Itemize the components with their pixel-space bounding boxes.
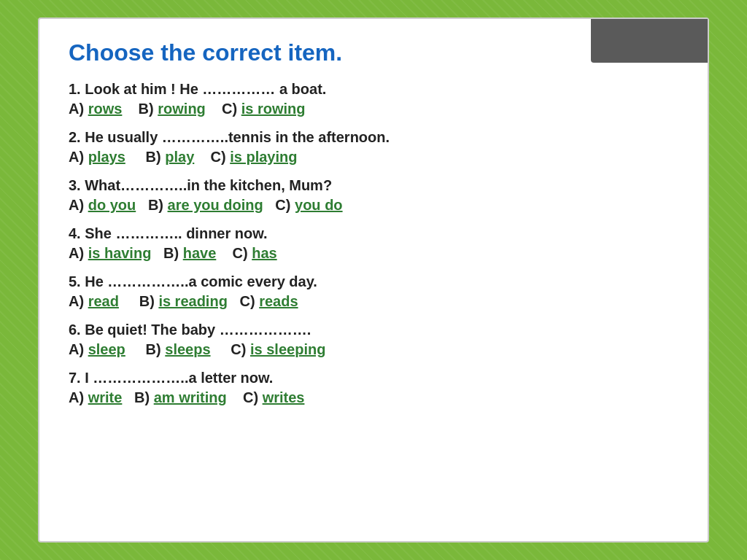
q3-option-c: you do (295, 197, 343, 213)
q4-label-b: B) (155, 245, 183, 261)
q2-option-c: is playing (230, 149, 297, 165)
q2-label-a: A) (69, 149, 88, 165)
q1-option-b: rowing (158, 101, 206, 117)
q1-label-c: C) (209, 101, 241, 117)
q5-option-b: is reading (158, 293, 227, 309)
q6-option-b: sleeps (165, 341, 210, 357)
question-3: 3. What…………..in the kitchen, Mum? A) do … (69, 177, 678, 214)
question-2: 2. He usually …………..tennis in the aftern… (69, 129, 678, 166)
page-title: Choose the correct item. (69, 39, 678, 66)
q3-option-a: do you (88, 197, 136, 213)
question-7-options: A) write B) am writing C) writes (69, 389, 678, 406)
q2-label-c: C) (198, 149, 230, 165)
q2-label-b: B) (129, 149, 165, 165)
q5-label-a: A) (69, 293, 88, 309)
q4-label-c: C) (220, 245, 252, 261)
q3-label-b: B) (140, 197, 168, 213)
question-5-text: 5. He ……………..a comic every day. (69, 273, 678, 290)
question-4-text: 4. She ………….. dinner now. (69, 225, 678, 242)
q1-option-a: rows (88, 101, 123, 117)
q6-label-c: C) (214, 341, 250, 357)
question-4: 4. She ………….. dinner now. A) is having B… (69, 225, 678, 262)
q5-label-c: C) (231, 293, 259, 309)
q1-option-c: is rowing (241, 101, 306, 117)
q7-option-a: write (88, 389, 123, 405)
q7-label-b: B) (126, 389, 154, 405)
q5-label-b: B) (123, 293, 158, 309)
q3-label-a: A) (69, 197, 88, 213)
q5-option-c: reads (259, 293, 298, 309)
question-3-text: 3. What…………..in the kitchen, Mum? (69, 177, 678, 194)
question-1: 1. Look at him ! He …………… a boat. A) row… (69, 81, 678, 117)
top-right-decoration (591, 19, 708, 63)
q6-option-c: is sleeping (250, 341, 325, 357)
question-2-text: 2. He usually …………..tennis in the aftern… (69, 129, 678, 146)
question-1-options: A) rows B) rowing C) is rowing (69, 101, 678, 117)
q2-option-b: play (165, 149, 194, 165)
q7-option-b: am writing (154, 389, 227, 405)
q4-option-a: is having (88, 245, 152, 261)
q5-option-a: read (88, 293, 119, 309)
q1-label-a: A) (69, 101, 88, 117)
q4-label-a: A) (69, 245, 88, 261)
question-7: 7. I ………………..a letter now. A) write B) a… (69, 370, 678, 406)
question-2-options: A) plays B) play C) is playing (69, 149, 678, 166)
q3-label-c: C) (267, 197, 295, 213)
question-5-options: A) read B) is reading C) reads (69, 293, 678, 310)
q6-label-b: B) (129, 341, 165, 357)
q1-label-b: B) (126, 101, 158, 117)
q2-option-a: plays (88, 149, 125, 165)
q7-option-c: writes (263, 389, 305, 405)
q7-label-c: C) (231, 389, 262, 405)
q6-label-a: A) (69, 341, 88, 357)
q7-label-a: A) (69, 389, 88, 405)
question-1-text: 1. Look at him ! He …………… a boat. (69, 81, 678, 98)
question-7-text: 7. I ………………..a letter now. (69, 370, 678, 386)
main-card: Choose the correct item. 1. Look at him … (38, 18, 709, 542)
q3-option-b: are you doing (168, 197, 263, 213)
question-5: 5. He ……………..a comic every day. A) read … (69, 273, 678, 310)
question-6-text: 6. Be quiet! The baby ………………. (69, 322, 678, 338)
question-6-options: A) sleep B) sleeps C) is sleeping (69, 341, 678, 358)
question-4-options: A) is having B) have C) has (69, 245, 678, 262)
q4-option-c: has (252, 245, 276, 261)
q4-option-b: have (183, 245, 217, 261)
question-6: 6. Be quiet! The baby ………………. A) sleep B… (69, 322, 678, 358)
q6-option-a: sleep (88, 341, 125, 357)
question-3-options: A) do you B) are you doing C) you do (69, 197, 678, 214)
